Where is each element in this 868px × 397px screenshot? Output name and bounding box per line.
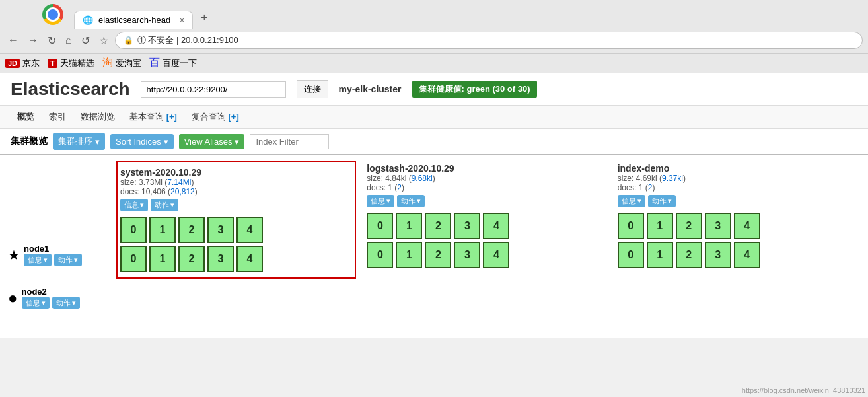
shard-cell[interactable]: 2	[425, 213, 451, 239]
bookmark-baidu[interactable]: 百 百度一下	[149, 56, 197, 70]
address-box[interactable]: 🔒 ① 不安全 | 20.0.0.21:9100	[115, 32, 863, 49]
node2-info-label: 信息	[26, 298, 40, 308]
forward-button[interactable]: →	[25, 33, 41, 48]
view-aliases-button[interactable]: View Aliases ▾	[179, 134, 245, 149]
index-system-title: system-2020.10.29	[120, 167, 352, 178]
index-system-info-caret: ▾	[140, 201, 144, 209]
shard-cell[interactable]: 0	[618, 213, 644, 239]
shard-cell[interactable]: 1	[149, 217, 176, 243]
index-system-header-highlighted: system-2020.10.29 size: 3.73Mi (7.14Mi) …	[116, 161, 356, 279]
index-col-demo: index-demo size: 4.69ki (9.37ki) docs: 1…	[612, 161, 863, 319]
index-demo-header: index-demo size: 4.69ki (9.37ki) docs: 1…	[618, 161, 857, 210]
logstash-node2-shards: 0 1 2 3 4	[367, 242, 606, 268]
index-logstash-header: logstash-2020.10.29 size: 4.84ki (9.68ki…	[367, 161, 606, 210]
node1-info-button[interactable]: 信息 ▾	[24, 254, 52, 266]
node1-action-caret: ▾	[74, 256, 78, 264]
home-button[interactable]: ⌂	[63, 33, 75, 48]
node2-action-button[interactable]: 动作 ▾	[52, 297, 80, 309]
shard-cell[interactable]: 3	[454, 242, 480, 268]
cluster-name: my-elk-cluster	[339, 84, 402, 94]
node1-buttons: 信息 ▾ 动作 ▾	[24, 254, 82, 266]
back-button[interactable]: ←	[5, 33, 21, 48]
shard-cell[interactable]: 4	[483, 213, 509, 239]
index-logstash-info-btn[interactable]: 信息 ▾	[367, 195, 394, 207]
index-logstash-size-total: 9.68ki	[412, 174, 433, 183]
bookmark-button[interactable]: ☆	[96, 33, 111, 48]
reload-button[interactable]: ↻	[45, 33, 59, 48]
tab-data-browser[interactable]: 数据浏览	[74, 108, 122, 126]
shard-cell[interactable]: 0	[367, 213, 393, 239]
shard-cell[interactable]: 4	[734, 242, 760, 268]
shard-cell[interactable]: 0	[120, 246, 147, 272]
shard-cell[interactable]: 2	[676, 242, 702, 268]
basic-query-plus[interactable]: [+]	[166, 112, 177, 122]
connect-button[interactable]: 连接	[297, 80, 328, 98]
sort-indices-label: Sort Indices	[116, 137, 161, 147]
tab-basic-query[interactable]: 基本查询 [+]	[123, 108, 184, 126]
shard-cell[interactable]: 1	[396, 213, 422, 239]
indices-area: system-2020.10.29 size: 3.73Mi (7.14Mi) …	[111, 161, 863, 319]
shard-cell[interactable]: 3	[454, 213, 480, 239]
node2-buttons: 信息 ▾ 动作 ▾	[22, 297, 80, 309]
bookmark-taobao[interactable]: 淘 爱淘宝	[102, 56, 141, 70]
view-aliases-label: View Aliases	[184, 137, 233, 147]
shard-cell[interactable]: 4	[483, 242, 509, 268]
bookmark-tmall[interactable]: T 天猫精选	[48, 57, 94, 69]
index-demo-size-total: 9.37ki	[662, 174, 683, 183]
node1-action-button[interactable]: 动作 ▾	[54, 254, 82, 266]
node1-row: ★ node1 信息 ▾ 动作 ▾	[5, 233, 111, 276]
shard-cell[interactable]: 3	[207, 246, 234, 272]
tmall-label: 天猫精选	[60, 57, 94, 69]
bookmark-jd[interactable]: JD 京东	[5, 57, 40, 69]
node1-name: node1	[24, 244, 82, 254]
index-demo-action-btns: 信息 ▾ 动作 ▾	[618, 195, 857, 207]
shard-cell[interactable]: 0	[367, 242, 393, 268]
tab-overview[interactable]: 概览	[11, 108, 41, 126]
shard-cell[interactable]: 4	[236, 217, 263, 243]
index-system-info-btn[interactable]: 信息 ▾	[120, 199, 148, 211]
security-icon: 🔒	[124, 36, 133, 45]
shard-cell[interactable]: 2	[676, 213, 702, 239]
shard-cell[interactable]: 2	[425, 242, 451, 268]
tab-index[interactable]: 索引	[42, 108, 73, 126]
node2-dot-icon: ●	[8, 289, 18, 307]
shard-cell[interactable]: 3	[705, 242, 731, 268]
shard-cell[interactable]: 4	[734, 213, 760, 239]
new-tab-button[interactable]: +	[194, 7, 215, 29]
index-logstash-action-btn[interactable]: 动作 ▾	[397, 195, 425, 207]
index-system-action-btn[interactable]: 动作 ▾	[151, 199, 178, 211]
active-browser-tab[interactable]: 🌐 elasticsearch-head ×	[74, 11, 193, 29]
node2-action-caret: ▾	[72, 299, 76, 307]
index-logstash-action-btns: 信息 ▾ 动作 ▾	[367, 195, 606, 207]
shard-cell[interactable]: 3	[207, 217, 234, 243]
node2-info-button[interactable]: 信息 ▾	[22, 297, 50, 309]
connect-url-input[interactable]	[141, 81, 286, 98]
complex-query-plus[interactable]: [+]	[229, 112, 239, 122]
shard-cell[interactable]: 1	[396, 242, 422, 268]
refresh-button[interactable]: ↺	[79, 33, 92, 48]
shard-cell[interactable]: 3	[705, 213, 731, 239]
sort-indices-button[interactable]: Sort Indices ▾	[110, 134, 174, 149]
shard-cell[interactable]: 0	[618, 242, 644, 268]
index-logstash-info-label: 信息	[371, 196, 385, 206]
shard-cell[interactable]: 2	[178, 246, 205, 272]
index-demo-action-btn[interactable]: 动作 ▾	[648, 195, 676, 207]
tab-close-button[interactable]: ×	[180, 16, 184, 25]
index-system-action-label: 动作	[155, 200, 169, 210]
shard-cell[interactable]: 1	[647, 213, 673, 239]
shard-cell[interactable]: 2	[178, 217, 205, 243]
taobao-icon: 淘	[102, 56, 113, 70]
shard-cell[interactable]: 0	[120, 217, 147, 243]
system-node1-shards: 0 1 2 3 4	[120, 217, 352, 243]
shard-cell[interactable]: 1	[647, 242, 673, 268]
shard-cell[interactable]: 4	[236, 246, 263, 272]
index-logstash-title: logstash-2020.10.29	[367, 163, 606, 174]
shard-cell[interactable]: 1	[149, 246, 176, 272]
node-spacer	[5, 161, 111, 233]
cluster-sort-caret: ▾	[95, 137, 100, 147]
tab-complex-query[interactable]: 复合查询 [+]	[185, 108, 246, 126]
index-demo-info-btn[interactable]: 信息 ▾	[618, 195, 645, 207]
index-filter-input[interactable]	[250, 134, 329, 149]
index-demo-stats-docs: docs: 1 (2)	[618, 183, 857, 192]
cluster-sort-button[interactable]: 集群排序 ▾	[53, 133, 105, 150]
